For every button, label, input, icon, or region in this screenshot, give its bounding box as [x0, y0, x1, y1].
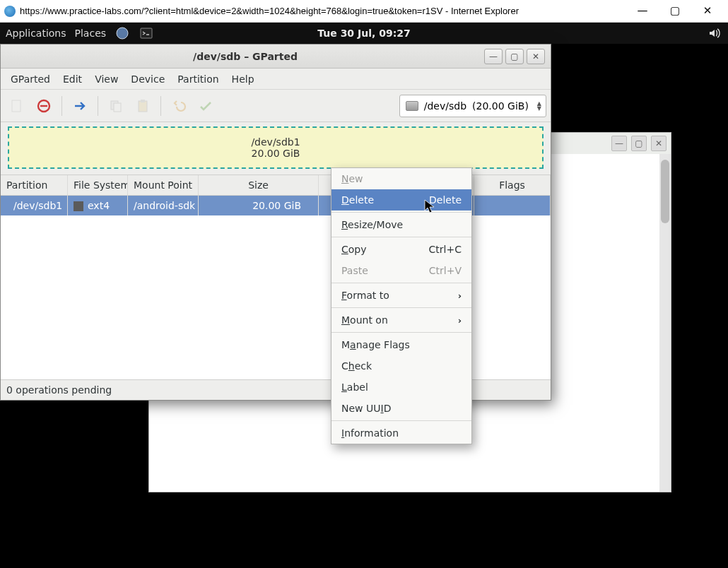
browser-close-button[interactable]: ✕ [691, 1, 724, 21]
device-selector[interactable]: /dev/sdb (20.00 GiB) ▲▼ [399, 95, 546, 117]
toolbar-copy-icon [104, 94, 128, 118]
browser-minimize-button[interactable]: — [626, 1, 659, 21]
ctx-copy-accel: Ctrl+C [429, 244, 462, 255]
gparted-minimize-button[interactable]: — [484, 49, 503, 64]
ctx-delete[interactable]: Delete Delete [331, 189, 471, 211]
gparted-title: /dev/sdb – GParted [6, 51, 484, 62]
chevron-right-icon: › [458, 290, 462, 301]
cell-filesystem: ext4 [68, 196, 128, 215]
panel-places[interactable]: Places [75, 28, 107, 39]
col-filesystem[interactable]: File System [68, 175, 128, 195]
bg-window-scrollbar[interactable] [659, 154, 671, 492]
menu-device[interactable]: Device [125, 71, 170, 88]
ie-icon [4, 6, 16, 17]
panel-terminal-icon[interactable] [139, 25, 154, 41]
ctx-label[interactable]: Label [331, 377, 471, 398]
svg-rect-8 [141, 100, 145, 102]
gparted-toolbar: /dev/sdb (20.00 GiB) ▲▼ [1, 90, 551, 122]
menu-view[interactable]: View [89, 71, 124, 88]
cell-flags [474, 196, 551, 215]
diskmap-partition-size: 20.00 GiB [252, 148, 300, 159]
disk-map[interactable]: /dev/sdb1 20.00 GiB [8, 126, 544, 169]
col-size[interactable]: Size [199, 175, 319, 195]
ctx-copy[interactable]: CopyCtrl+C [331, 239, 471, 260]
ctx-resize[interactable]: Resize/Move [331, 214, 471, 235]
bg-window-scrollbar-thumb[interactable] [661, 160, 669, 223]
ctx-new: New [331, 168, 471, 189]
cell-size: 20.00 GiB [199, 196, 319, 215]
diskmap-partition-label: /dev/sdb1 [251, 136, 300, 148]
browser-maximize-button[interactable]: ▢ [659, 1, 691, 21]
ctx-new-uuid[interactable]: New UUID [331, 398, 471, 419]
toolbar-resize-icon[interactable] [68, 94, 92, 118]
ctx-mount[interactable]: Mount on› [331, 309, 471, 331]
remote-desktop: Applications Places Tue 30 Jul, 09:27 KA… [0, 23, 728, 568]
menu-gparted[interactable]: GParted [5, 71, 56, 88]
browser-window-controls: — ▢ ✕ [626, 1, 724, 21]
fs-color-swatch [74, 201, 83, 211]
toolbar-undo-icon [167, 94, 191, 118]
col-mountpoint[interactable]: Mount Point [128, 175, 199, 195]
menu-edit[interactable]: Edit [57, 71, 88, 88]
partition-context-menu: New Delete Delete Resize/Move CopyCtrl+C… [331, 167, 472, 444]
svg-rect-1 [141, 28, 152, 38]
menu-partition[interactable]: Partition [172, 71, 224, 88]
ctx-paste: PasteCtrl+V [331, 260, 471, 281]
gparted-close-button[interactable]: ✕ [527, 49, 545, 64]
gparted-maximize-button[interactable]: ▢ [505, 49, 524, 64]
ctx-manage-flags[interactable]: Manage Flags [331, 334, 471, 355]
device-path: /dev/sdb [424, 100, 466, 112]
cell-partition: /dev/sdb1 [1, 196, 68, 215]
col-flags[interactable]: Flags [474, 175, 551, 195]
menu-help[interactable]: Help [226, 71, 260, 88]
bg-window-maximize[interactable]: ▢ [631, 136, 647, 151]
toolbar-apply-icon [194, 94, 218, 118]
device-spin-icon[interactable]: ▲▼ [537, 101, 541, 111]
ctx-delete-accel: Delete [429, 194, 462, 206]
ctx-information[interactable]: Information [331, 422, 471, 444]
panel-applications[interactable]: Applications [6, 28, 66, 39]
col-partition[interactable]: Partition [1, 175, 68, 195]
cell-mountpoint: /android-sdk [128, 196, 199, 215]
ctx-format[interactable]: Format to› [331, 285, 471, 306]
panel-clock[interactable]: Tue 30 Jul, 09:27 [317, 28, 410, 39]
gnome-panel: Applications Places Tue 30 Jul, 09:27 [0, 23, 728, 44]
svg-point-0 [117, 28, 128, 39]
bg-window-close[interactable]: ✕ [651, 136, 667, 151]
ctx-check[interactable]: Check [331, 355, 471, 377]
gparted-menubar: GParted Edit View Device Partition Help [1, 69, 551, 90]
device-size: (20.00 GiB) [472, 100, 529, 112]
gparted-titlebar[interactable]: /dev/sdb – GParted — ▢ ✕ [1, 45, 551, 69]
browser-address-bar: https://www.practice-labs.com/?client=ht… [0, 0, 728, 23]
svg-rect-6 [114, 103, 121, 112]
hard-disk-icon [406, 101, 418, 111]
toolbar-new-icon [5, 94, 29, 118]
bg-window-minimize[interactable]: — [611, 136, 627, 151]
toolbar-paste-icon [131, 94, 155, 118]
browser-url: https://www.practice-labs.com/?client=ht… [20, 6, 626, 16]
svg-rect-7 [139, 101, 147, 112]
panel-app-icon-1[interactable] [115, 25, 130, 41]
ctx-paste-accel: Ctrl+V [429, 265, 462, 276]
chevron-right-icon: › [458, 315, 462, 326]
panel-volume-icon[interactable] [707, 25, 722, 41]
toolbar-delete-icon[interactable] [32, 94, 56, 118]
svg-rect-2 [12, 100, 20, 112]
